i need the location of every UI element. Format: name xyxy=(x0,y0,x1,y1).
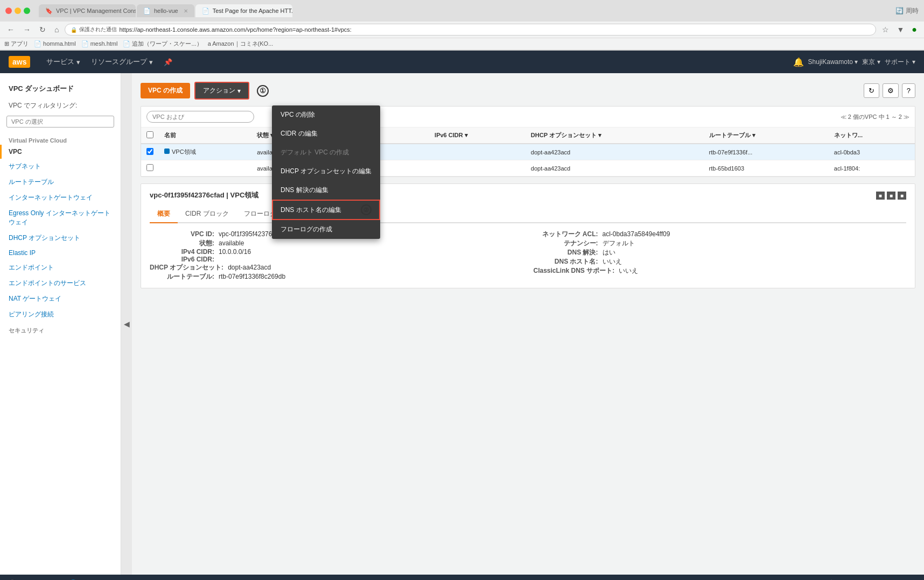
content-area: VPC の作成 アクション ▾ ① ↻ ⚙ ? VPC の削除 CIDR の編集… xyxy=(132,73,924,575)
table-search-input[interactable] xyxy=(146,111,254,123)
dropdown-item-edit-dns-hostname[interactable]: DNS ホスト名の編集 ② xyxy=(272,200,380,220)
nav-services[interactable]: サービス ▾ xyxy=(41,57,86,67)
refresh-table-button[interactable]: ↻ xyxy=(864,83,879,98)
sidebar-item-igw[interactable]: インターネットゲートウェイ xyxy=(0,190,121,206)
nav-resource-groups[interactable]: リソースグループ ▾ xyxy=(86,57,158,67)
sidebar-item-vpc[interactable]: VPC xyxy=(0,145,121,159)
actions-dropdown-menu: VPC の削除 CIDR の編集 デフォルト VPC の作成 DHCP オプショ… xyxy=(272,105,380,239)
detail-row-dns-resolution: DNS 解決: はい xyxy=(534,248,907,257)
refresh-button[interactable]: ↻ xyxy=(37,24,48,35)
main-layout: VPC ダッシュボード VPC でフィルタリング: Virtual Privat… xyxy=(0,73,924,575)
browser-window-controls xyxy=(5,8,30,14)
sidebar-item-nat[interactable]: NAT ゲートウェイ xyxy=(0,291,121,307)
sidebar-item-subnets[interactable]: サブネット xyxy=(0,159,121,174)
detail-value-tenancy: デフォルト xyxy=(603,239,635,248)
profile-button[interactable]: ● xyxy=(909,24,920,36)
maximize-window-button[interactable] xyxy=(24,8,30,14)
sidebar-item-eip[interactable]: Elastic IP xyxy=(0,246,121,260)
detail-label-dns-resolution: DNS 解決: xyxy=(534,248,598,257)
aws-logo[interactable]: aws xyxy=(9,56,30,68)
support-link[interactable]: サポート ▾ xyxy=(885,58,915,67)
sidebar-vpc-filter-input[interactable] xyxy=(6,116,114,128)
pin-icon: 📌 xyxy=(164,58,172,66)
detail-value-acl[interactable]: acl-0bda37a5849e4ff09 xyxy=(603,230,670,238)
pagination-info: ≪ 2 個のVPC 中 1 ～ 2 ≫ xyxy=(841,113,909,121)
detail-panel: vpc-0f1f395f42376cfad | VPC領域 ■ ■ ■ 概要 C… xyxy=(141,183,915,288)
detail-tabs: 概要 CIDR ブロック フローログ タグ xyxy=(150,206,906,223)
bookmarks-apps[interactable]: ⊞ アプリ xyxy=(4,40,29,48)
detail-row-dns-hostname: DNS ホスト名: いいえ xyxy=(534,257,907,266)
row-network-1: acl-0bda3 xyxy=(829,144,915,160)
address-bar[interactable]: 🔒 保護された通信 https://ap-northeast-1.console… xyxy=(65,24,876,36)
bookmark-mesh[interactable]: 📄 mesh.html xyxy=(81,40,118,47)
row-checkbox-2 xyxy=(141,160,159,176)
close-window-button[interactable] xyxy=(5,8,12,14)
sidebar-filter-wrap xyxy=(0,114,121,133)
back-button[interactable]: ← xyxy=(4,24,17,35)
user-name[interactable]: ShujiKawamoto ▾ xyxy=(808,58,858,66)
user-name-text: ShujiKawamoto xyxy=(808,58,853,66)
browser-tab-apache[interactable]: 📄 Test Page for the Apache HTT... ✕ xyxy=(195,4,292,17)
detail-value-classiclink: いいえ xyxy=(619,266,638,275)
tab-label-hello-vue: hello-vue xyxy=(154,8,178,14)
services-chevron-icon: ▾ xyxy=(76,58,80,66)
region-name[interactable]: 東京 ▾ xyxy=(862,58,880,67)
detail-icon-btn-1[interactable]: ■ xyxy=(876,192,885,200)
row-2-checkbox[interactable] xyxy=(146,164,153,171)
star-button[interactable]: ☆ xyxy=(879,24,892,36)
detail-icon-btn-2[interactable]: ■ xyxy=(887,192,895,200)
forward-button[interactable]: → xyxy=(20,24,33,35)
tab-close-hello-vue[interactable]: ✕ xyxy=(184,8,188,14)
dropdown-item-create-flow-log[interactable]: フローログの作成 xyxy=(272,220,380,239)
sidebar-item-dhcp[interactable]: DHCP オプションセット xyxy=(0,230,121,246)
extension-button[interactable]: ▼ xyxy=(894,24,907,36)
sidebar-collapse-button[interactable]: ◀ xyxy=(121,73,132,575)
bell-icon[interactable]: 🔔 xyxy=(793,57,804,67)
sidebar-item-egress-igw[interactable]: Egress Only インターネットゲートウェイ xyxy=(0,206,121,230)
bookmark-homma[interactable]: 📄 homma.html xyxy=(34,40,76,47)
bookmarks-bar: ⊞ アプリ 📄 homma.html 📄 mesh.html 📄 追加（ワープ・… xyxy=(0,38,924,50)
table-row[interactable]: available 172.31.0.0/16 dopt-aa423acd rt… xyxy=(141,160,915,176)
help-button[interactable]: ? xyxy=(902,83,915,98)
browser-tab-hello-vue[interactable]: 📄 hello-vue ✕ xyxy=(137,4,194,17)
actions-label: アクション xyxy=(203,86,235,95)
dropdown-item-delete-vpc[interactable]: VPC の削除 xyxy=(272,105,380,124)
select-all-checkbox[interactable] xyxy=(146,131,153,138)
toolbar-right-buttons: ↻ ⚙ ? xyxy=(864,83,915,98)
address-text: https://ap-northeast-1.console.aws.amazo… xyxy=(119,26,351,33)
row-network-2: acl-1f804: xyxy=(829,160,915,176)
home-button[interactable]: ⌂ xyxy=(52,24,61,35)
dropdown-item-edit-cidr[interactable]: CIDR の編集 xyxy=(272,124,380,143)
row-route-2: rtb-65bd1603 xyxy=(704,160,829,176)
detail-value-dhcp[interactable]: dopt-aa423acd xyxy=(228,264,271,271)
sidebar-item-endpoints[interactable]: エンドポイント xyxy=(0,260,121,275)
table-row[interactable]: VPC領域 available 10.0.0.0/16 dopt-aa423ac… xyxy=(141,144,915,160)
sidebar-item-route-tables[interactable]: ルートテーブル xyxy=(0,174,121,190)
dropdown-item-edit-dhcp[interactable]: DHCP オプションセットの編集 xyxy=(272,162,380,181)
actions-button[interactable]: アクション ▾ xyxy=(194,82,249,100)
bookmark-added[interactable]: 📄 追加（ワープ・スケー...） xyxy=(123,40,202,48)
detail-label-route: ルートテーブル: xyxy=(150,272,214,281)
detail-row-tenancy: テナンシー: デフォルト xyxy=(534,239,907,248)
page-footer: 💬 フィードバック 🌐 日本語 © 2008 - 2018, Amazon We… xyxy=(0,575,924,580)
time-text: 周時 xyxy=(906,6,919,16)
sidebar-item-endpoint-services[interactable]: エンドポイントのサービス xyxy=(0,275,121,291)
th-name: 名前 xyxy=(159,128,251,144)
aws-top-nav: aws サービス ▾ リソースグループ ▾ 📌 🔔 ShujiKawamoto … xyxy=(0,51,924,73)
row-1-checkbox[interactable] xyxy=(146,148,153,155)
nav-pin[interactable]: 📌 xyxy=(158,58,178,66)
sidebar-item-peering[interactable]: ピアリング接続 xyxy=(0,307,121,322)
detail-tab-cidr[interactable]: CIDR ブロック xyxy=(178,206,236,222)
detail-value-route[interactable]: rtb-07e9f1336f8c269db xyxy=(219,273,285,280)
dropdown-item-dns-hostname-label: DNS ホスト名の編集 xyxy=(281,206,341,215)
settings-button[interactable]: ⚙ xyxy=(883,83,899,98)
create-vpc-button[interactable]: VPC の作成 xyxy=(141,83,190,98)
browser-tab-vpc[interactable]: 🔖 VPC | VPC Management Cons... ✕ xyxy=(39,4,136,17)
dropdown-item-edit-dns-resolution[interactable]: DNS 解決の編集 xyxy=(272,181,380,200)
bookmark-amazon[interactable]: a Amazon｜コミネ(KO... xyxy=(208,40,274,48)
minimize-window-button[interactable] xyxy=(15,8,21,14)
detail-grid: VPC ID: vpc-0f1f395f42376cfad | VPC領域 状態… xyxy=(150,230,906,281)
detail-label-ipv6: IPv6 CIDR: xyxy=(150,256,214,263)
detail-icon-btn-3[interactable]: ■ xyxy=(898,192,906,200)
detail-tab-overview[interactable]: 概要 xyxy=(150,206,178,223)
